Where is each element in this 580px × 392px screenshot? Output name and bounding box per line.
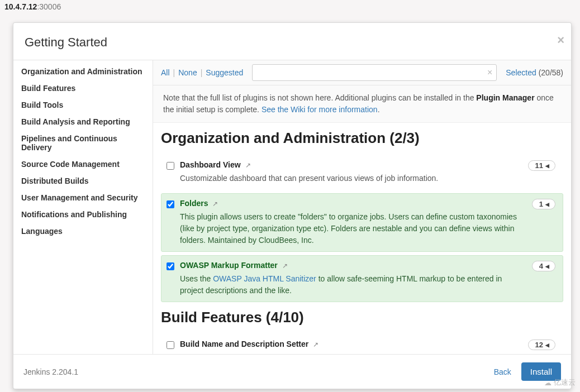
address-bar: 10.4.7.12:30006 [0, 0, 580, 13]
address-host: 10.4.7.12 [4, 2, 37, 11]
address-port: :30006 [37, 2, 61, 11]
